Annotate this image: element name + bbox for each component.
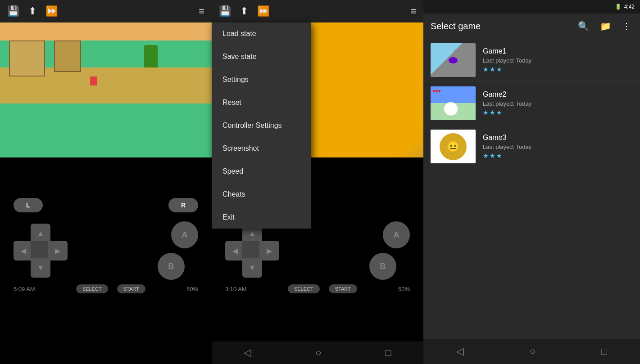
star-icon: ★ bbox=[490, 66, 495, 73]
start-btn[interactable]: START bbox=[117, 284, 145, 293]
game-canvas bbox=[0, 22, 212, 157]
back-icon[interactable]: ◁ bbox=[244, 347, 251, 359]
right-toolbar: Select game 🔍 📁 ⋮ bbox=[423, 13, 640, 39]
menu-exit[interactable]: Exit bbox=[212, 206, 311, 229]
middle-dpad-down[interactable]: ▼ bbox=[242, 258, 262, 278]
btn-b[interactable]: B bbox=[158, 253, 185, 280]
middle-forward-icon[interactable]: ⏩ bbox=[257, 5, 269, 17]
select-btn[interactable]: SELECT bbox=[76, 284, 108, 293]
middle-toolbar: 💾 ⬆ ⏩ ≡ bbox=[212, 0, 423, 22]
folder-icon[interactable]: 📁 bbox=[598, 19, 613, 33]
menu-icon[interactable]: ≡ bbox=[199, 5, 204, 17]
right-shoulder-btn[interactable]: R bbox=[168, 198, 198, 212]
star-icon: ★ bbox=[483, 66, 489, 73]
menu-load-state[interactable]: Load state bbox=[212, 22, 311, 45]
right-nav-bar: ◁ ○ □ bbox=[423, 339, 640, 364]
star-icon: ★ bbox=[490, 152, 495, 159]
menu-speed[interactable]: Speed bbox=[212, 160, 311, 183]
middle-bottom-buttons: 3:10 AM SELECT START 50% bbox=[212, 280, 423, 293]
middle-menu-icon[interactable]: ≡ bbox=[410, 5, 416, 17]
left-black-bar bbox=[0, 157, 212, 193]
game3-meta: Last played: Today bbox=[483, 144, 633, 150]
left-controls: L R ▲ ◀ ▶ ▼ A B 5:09 AM SELECT START bbox=[0, 193, 212, 364]
upload-icon[interactable]: ⬆ bbox=[28, 5, 36, 17]
menu-cheats[interactable]: Cheats bbox=[212, 183, 311, 206]
middle-start-btn[interactable]: START bbox=[329, 284, 357, 293]
menu-reset[interactable]: Reset bbox=[212, 91, 311, 114]
save-icon[interactable]: 💾 bbox=[7, 5, 19, 17]
status-time: 4:42 bbox=[624, 4, 635, 10]
android-status-bar: 🔋 4:42 bbox=[423, 0, 640, 13]
right-home-icon[interactable]: ○ bbox=[530, 346, 536, 357]
menu-controller-settings[interactable]: Controller Settings bbox=[212, 114, 311, 137]
star-icon: ★ bbox=[496, 66, 502, 73]
main-controls: ▲ ◀ ▶ ▼ A B bbox=[0, 221, 212, 280]
select-start-buttons: SELECT START bbox=[76, 284, 145, 293]
middle-nav-bar: ◁ ○ □ bbox=[212, 342, 423, 364]
game3-name: Game3 bbox=[483, 134, 633, 142]
star-icon: ★ bbox=[496, 152, 502, 159]
game-list-item[interactable]: Game2 Last played: Today ★ ★ ★ bbox=[423, 82, 640, 125]
middle-select-start: SELECT START bbox=[288, 284, 357, 293]
dpad-right[interactable]: ▶ bbox=[48, 241, 68, 261]
star-icon: ★ bbox=[483, 152, 489, 159]
dpad[interactable]: ▲ ◀ ▶ ▼ bbox=[14, 224, 68, 278]
dpad-down[interactable]: ▼ bbox=[31, 258, 50, 278]
middle-select-btn[interactable]: SELECT bbox=[288, 284, 320, 293]
menu-screenshot[interactable]: Screenshot bbox=[212, 137, 311, 160]
middle-time: 3:10 AM bbox=[225, 286, 247, 292]
game3-stars: ★ ★ ★ bbox=[483, 152, 633, 159]
middle-upload-icon[interactable]: ⬆ bbox=[240, 5, 248, 17]
left-speed: 50% bbox=[186, 286, 198, 292]
game1-thumbnail-image bbox=[431, 43, 476, 77]
search-icon[interactable]: 🔍 bbox=[576, 19, 591, 33]
game-list: Game1 Last played: Today ★ ★ ★ Game2 Las… bbox=[423, 39, 640, 339]
right-recents-icon[interactable]: □ bbox=[601, 346, 607, 357]
game3-info: Game3 Last played: Today ★ ★ ★ bbox=[483, 134, 633, 159]
menu-save-state[interactable]: Save state bbox=[212, 45, 311, 68]
game2-thumb bbox=[431, 86, 476, 120]
ab-buttons: A B bbox=[158, 221, 198, 280]
game1-stars: ★ ★ ★ bbox=[483, 66, 633, 73]
game2-meta: Last played: Today bbox=[483, 100, 633, 107]
right-back-icon[interactable]: ◁ bbox=[456, 346, 464, 357]
fast-forward-icon[interactable]: ⏩ bbox=[45, 5, 58, 17]
star-icon: ★ bbox=[496, 109, 502, 116]
btn-a[interactable]: A bbox=[171, 221, 198, 248]
more-options-icon[interactable]: ⋮ bbox=[620, 19, 633, 33]
game3-thumb: 😐 bbox=[431, 130, 476, 163]
game2-stars: ★ ★ ★ bbox=[483, 109, 633, 116]
left-panel: 💾 ⬆ ⏩ ≡ L R ▲ ◀ ▶ bbox=[0, 0, 212, 364]
recents-icon[interactable]: □ bbox=[386, 347, 391, 359]
game2-thumbnail-image bbox=[431, 86, 476, 120]
left-game-screen bbox=[0, 22, 212, 157]
star-icon: ★ bbox=[490, 109, 495, 116]
game-list-item[interactable]: Game1 Last played: Today ★ ★ ★ bbox=[423, 39, 640, 82]
middle-panel: 💾 ⬆ ⏩ ≡ Load state Save state Settings R… bbox=[212, 0, 423, 364]
bottom-buttons: 5:09 AM SELECT START 50% bbox=[0, 280, 212, 293]
status-icons: 🔋 4:42 bbox=[615, 4, 635, 10]
game1-thumb bbox=[431, 43, 476, 77]
middle-dpad[interactable]: ▲ ◀ ▶ ▼ bbox=[225, 224, 279, 278]
game2-name: Game2 bbox=[483, 90, 633, 99]
middle-ab-buttons: A B bbox=[369, 221, 410, 280]
middle-btn-b[interactable]: B bbox=[369, 253, 396, 280]
menu-settings[interactable]: Settings bbox=[212, 68, 311, 91]
middle-btn-a[interactable]: A bbox=[383, 221, 410, 248]
game2-info: Game2 Last played: Today ★ ★ ★ bbox=[483, 90, 633, 116]
middle-main-controls: ▲ ◀ ▶ ▼ A B bbox=[212, 221, 423, 280]
battery-icon: 🔋 bbox=[615, 4, 622, 10]
context-menu: Load state Save state Settings Reset Con… bbox=[212, 22, 311, 229]
select-game-title: Select game bbox=[431, 21, 569, 31]
middle-save-icon[interactable]: 💾 bbox=[219, 5, 231, 17]
left-toolbar: 💾 ⬆ ⏩ ≡ bbox=[0, 0, 212, 22]
left-shoulder-btn[interactable]: L bbox=[14, 198, 43, 212]
middle-dpad-right[interactable]: ▶ bbox=[259, 241, 279, 261]
star-icon: ★ bbox=[483, 109, 489, 116]
home-icon[interactable]: ○ bbox=[315, 347, 321, 359]
game-list-item[interactable]: 😐 Game3 Last played: Today ★ ★ ★ bbox=[423, 125, 640, 168]
game3-icon: 😐 bbox=[440, 133, 467, 160]
right-panel: 🔋 4:42 Select game 🔍 📁 ⋮ Game1 Last play… bbox=[423, 0, 640, 364]
game1-info: Game1 Last played: Today ★ ★ ★ bbox=[483, 47, 633, 73]
left-time: 5:09 AM bbox=[14, 286, 35, 292]
